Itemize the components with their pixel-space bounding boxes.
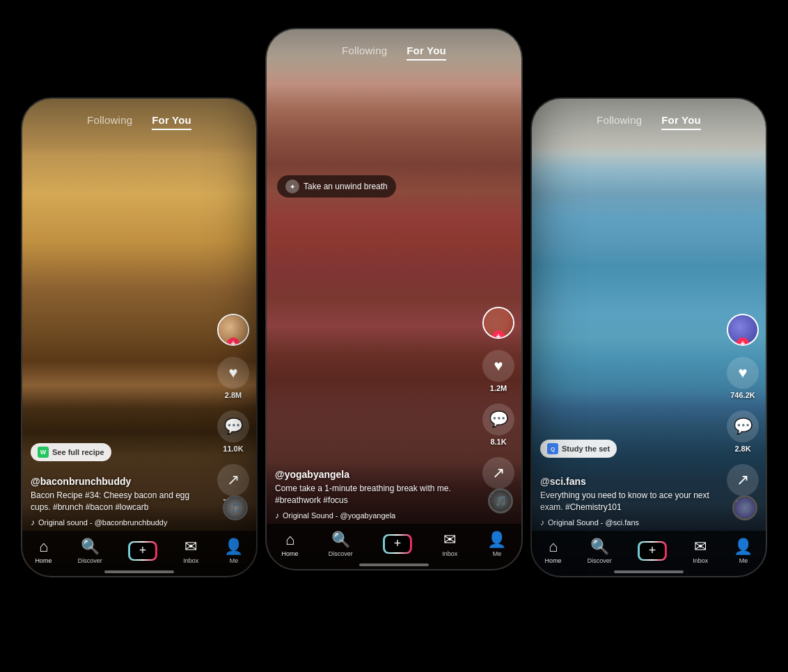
discover-icon-right: 🔍 <box>590 538 609 556</box>
nav-following-left[interactable]: Following <box>87 111 132 130</box>
home-indicator-right <box>614 570 684 573</box>
nav-plus-left[interactable]: + <box>128 541 157 561</box>
plus-inner-left: + <box>130 543 155 559</box>
nav-discover-center[interactable]: 🔍 Discover <box>329 531 353 557</box>
comment-count-right: 2.8K <box>734 445 750 453</box>
nav-foryou-left[interactable]: For You <box>152 111 191 130</box>
sound-row-left: ♪ Original sound - @baconbrunchbuddy <box>31 518 207 527</box>
share-btn-right[interactable]: ↗ <box>727 464 759 496</box>
bottom-info-center: @yogabyangela Come take a 1-minute breat… <box>275 469 473 520</box>
home-icon-left: ⌂ <box>39 538 48 556</box>
follow-btn-right[interactable]: + <box>736 337 749 346</box>
like-item-center[interactable]: ♥ 1.2M <box>482 350 514 392</box>
username-right[interactable]: @sci.fans <box>540 476 717 487</box>
disc-inner-right: 🎵 <box>734 497 755 518</box>
avatar-item-center: + <box>482 307 514 339</box>
music-disc-center: 🎵 <box>488 488 513 513</box>
caption-center: Come take a 1-minute breathing break wit… <box>275 483 473 506</box>
recipe-label-left: See full recipe <box>52 448 104 456</box>
nav-inbox-right[interactable]: ✉ Inbox <box>693 538 708 564</box>
music-note-left: ♪ <box>31 518 35 527</box>
plus-btn-right[interactable]: + <box>638 541 667 561</box>
comment-btn-left[interactable]: 💬 <box>217 410 249 442</box>
recipe-icon-left: W <box>38 447 49 458</box>
discover-label-right: Discover <box>588 557 612 564</box>
like-item-right[interactable]: ♥ 746.2K <box>727 357 759 399</box>
nav-me-right[interactable]: 👤 Me <box>734 538 752 564</box>
sound-label-center: Original Sound - @yogabyangela <box>283 511 395 520</box>
plus-btn-left[interactable]: + <box>128 541 157 561</box>
bottom-info-left: @baconbrunchbuddy Bacon Recipe #34: Chee… <box>31 476 207 527</box>
nav-home-left[interactable]: ⌂ Home <box>36 538 52 564</box>
comment-item-left[interactable]: 💬 11.0K <box>217 410 249 453</box>
like-item-left[interactable]: ♥ 2.8M <box>217 357 249 399</box>
caption-right: Everything you need to know to ace your … <box>540 490 717 513</box>
disc-inner-left: 🎵 <box>225 497 246 518</box>
right-sidebar-center: + ♥ 1.2M 💬 8.1K ↗ 3.9K <box>482 307 514 499</box>
like-count-center: 1.2M <box>490 384 507 392</box>
nav-home-center[interactable]: ⌂ Home <box>282 531 299 557</box>
like-count-left: 2.8M <box>225 391 242 399</box>
avatar-item-right: + <box>727 314 759 346</box>
comment-count-center: 8.1K <box>490 438 506 446</box>
breathe-badge-center[interactable]: ✦ Take an unwind breath <box>277 175 396 198</box>
home-label-center: Home <box>282 550 299 557</box>
username-center[interactable]: @yogabyangela <box>275 469 473 480</box>
nav-foryou-right[interactable]: For You <box>661 111 701 130</box>
comment-item-right[interactable]: 💬 2.8K <box>727 410 759 453</box>
nav-following-right[interactable]: Following <box>597 111 642 130</box>
nav-home-right[interactable]: ⌂ Home <box>545 538 562 564</box>
avatar-center[interactable]: + <box>482 307 514 339</box>
inbox-icon-left: ✉ <box>184 538 197 556</box>
phone-right-screen: Following For You + ♥ 746.2K 💬 2.8K <box>532 99 766 576</box>
home-label-left: Home <box>36 557 52 564</box>
bottom-info-right: @sci.fans Everything you need to know to… <box>540 476 717 527</box>
follow-btn-left[interactable]: + <box>227 337 239 346</box>
like-btn-left[interactable]: ♥ <box>217 357 249 389</box>
home-label-right: Home <box>545 557 562 564</box>
avatar-right[interactable]: + <box>727 314 759 346</box>
sound-label-right: Original Sound - @sci.fans <box>548 518 639 527</box>
comment-btn-center[interactable]: 💬 <box>482 403 514 435</box>
home-indicator-left <box>104 570 174 573</box>
plus-inner-right: + <box>640 543 665 559</box>
avatar-item-left: + <box>217 314 249 346</box>
nav-plus-center[interactable]: + <box>383 534 412 554</box>
study-badge-right[interactable]: Q Study the set <box>540 440 617 458</box>
nav-discover-left[interactable]: 🔍 Discover <box>78 538 102 564</box>
nav-inbox-center[interactable]: ✉ Inbox <box>442 531 457 557</box>
nav-discover-right[interactable]: 🔍 Discover <box>588 538 612 564</box>
inbox-icon-center: ✉ <box>443 531 456 549</box>
avatar-left[interactable]: + <box>217 314 249 346</box>
nav-plus-right[interactable]: + <box>638 541 667 561</box>
username-left[interactable]: @baconbrunchbuddy <box>31 476 207 487</box>
nav-foryou-center[interactable]: For You <box>407 42 446 61</box>
share-btn-center[interactable]: ↗ <box>482 457 514 489</box>
like-btn-right[interactable]: ♥ <box>727 357 759 389</box>
discover-label-center: Discover <box>329 550 353 557</box>
comment-btn-right[interactable]: 💬 <box>727 410 759 442</box>
top-nav-center: Following For You <box>267 29 521 69</box>
like-btn-center[interactable]: ♥ <box>482 350 514 382</box>
home-indicator-center <box>359 563 429 566</box>
nav-me-center[interactable]: 👤 Me <box>487 531 506 557</box>
study-icon-right: Q <box>547 443 558 454</box>
bottom-nav-center: ⌂ Home 🔍 Discover + ✉ Inbox 👤 <box>267 524 521 569</box>
top-nav-left: Following For You <box>22 99 256 138</box>
plus-btn-center[interactable]: + <box>383 534 412 554</box>
sound-label-left: Original sound - @baconbrunchbuddy <box>38 518 167 527</box>
me-icon-left: 👤 <box>224 538 243 556</box>
recipe-badge-left[interactable]: W See full recipe <box>31 443 111 461</box>
discover-label-left: Discover <box>78 557 102 564</box>
music-note-center: ♪ <box>275 511 279 520</box>
discover-icon-left: 🔍 <box>81 538 100 556</box>
music-disc-right: 🎵 <box>732 495 757 520</box>
comment-item-center[interactable]: 💬 8.1K <box>482 403 514 446</box>
nav-inbox-left[interactable]: ✉ Inbox <box>183 538 198 564</box>
nav-following-center[interactable]: Following <box>342 42 387 61</box>
nav-me-left[interactable]: 👤 Me <box>224 538 243 564</box>
share-btn-left[interactable]: ↗ <box>217 464 249 496</box>
follow-btn-center[interactable]: + <box>492 330 505 339</box>
inbox-icon-right: ✉ <box>694 538 707 556</box>
breathe-icon-center: ✦ <box>285 179 299 193</box>
